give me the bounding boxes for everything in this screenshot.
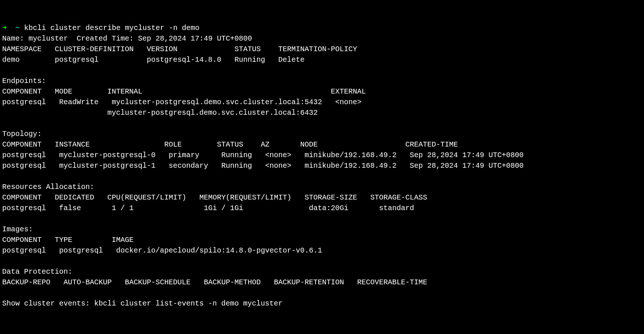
created-time-value: Sep 28,2024 17:49 UTC+0800: [138, 34, 252, 43]
summary-header-termination: TERMINATION-POLICY: [278, 45, 357, 53]
images-header-image: IMAGE: [112, 236, 134, 244]
endpoints-header-external: EXTERNAL: [331, 87, 366, 96]
dp-header-backup-schedule: BACKUP-SCHEDULE: [125, 278, 191, 286]
summary-version: postgresql-14.8.0: [147, 56, 221, 64]
topology-header-component: COMPONENT: [2, 140, 42, 149]
topology-row0-instance: mycluster-postgresql-0: [59, 151, 156, 159]
summary-namespace: demo: [2, 56, 20, 64]
topology-header-az: AZ: [261, 140, 269, 149]
summary-status: Running: [234, 56, 265, 64]
summary-header-clusterdef: CLUSTER-DEFINITION: [55, 45, 134, 53]
topology-row0-component: postgresql: [2, 151, 46, 159]
dp-header-backup-retention: BACKUP-RETENTION: [274, 278, 344, 286]
resources-header-storage-class: STORAGE-CLASS: [370, 193, 427, 202]
resources-storage-size: data:20Gi: [309, 204, 348, 212]
images-type: postgresql: [59, 246, 103, 255]
resources-storage-class: standard: [379, 204, 414, 212]
endpoints-header-internal: INTERNAL: [107, 87, 142, 96]
endpoints-header-component: COMPONENT: [2, 87, 42, 96]
topology-title: Topology:: [2, 130, 42, 138]
resources-dedicated: false: [59, 204, 81, 212]
topology-row0-created: Sep 28,2024 17:49 UTC+0800: [410, 151, 524, 159]
summary-header-status: STATUS: [234, 45, 261, 53]
images-title: Images:: [2, 225, 33, 234]
prompt-arrow: ➜: [2, 24, 7, 32]
topology-row0-az: <none>: [265, 151, 291, 159]
topology-row1-role: secondary: [169, 162, 208, 170]
images-component: postgresql: [2, 246, 46, 255]
resources-header-component: COMPONENT: [2, 193, 42, 202]
resources-component: postgresql: [2, 204, 46, 212]
topology-header-instance: INSTANCE: [55, 140, 90, 149]
topology-row1-created: Sep 28,2024 17:49 UTC+0800: [410, 162, 524, 170]
topology-header-status: STATUS: [217, 140, 243, 149]
terminal-output: ➜ ~ kbcli cluster describe mycluster -n …: [2, 23, 642, 309]
resources-header-storage-size: STORAGE-SIZE: [304, 193, 357, 202]
dp-header-recoverable-time: RECOVERABLE-TIME: [357, 278, 427, 286]
endpoints-mode: ReadWrite: [59, 98, 99, 106]
footer-text: Show cluster events: kbcli cluster list-…: [2, 299, 283, 308]
endpoints-internal1: mycluster-postgresql.demo.svc.cluster.lo…: [112, 98, 322, 106]
endpoints-external: <none>: [335, 98, 361, 106]
resources-cpu: 1 / 1: [112, 204, 134, 212]
summary-termination: Delete: [278, 56, 304, 64]
dp-header-backup-repo: BACKUP-REPO: [2, 278, 50, 286]
topology-row1-az: <none>: [265, 162, 291, 170]
summary-clusterdef: postgresql: [55, 56, 99, 64]
cluster-name-label: Name:: [2, 34, 24, 43]
topology-row0-status: Running: [221, 151, 252, 159]
endpoints-internal2: mycluster-postgresql.demo.svc.cluster.lo…: [107, 109, 318, 117]
endpoints-component: postgresql: [2, 98, 46, 106]
images-header-component: COMPONENT: [2, 236, 42, 244]
images-image: docker.io/apecloud/spilo:14.8.0-pgvector…: [116, 246, 322, 255]
images-header-type: TYPE: [55, 236, 72, 244]
topology-header-node: NODE: [300, 140, 318, 149]
created-time-label: Created Time:: [77, 34, 134, 43]
dp-header-auto-backup: AUTO-BACKUP: [64, 278, 112, 286]
resources-header-dedicated: DEDICATED: [55, 193, 94, 202]
data-protection-title: Data Protection:: [2, 267, 72, 276]
endpoints-header-mode: MODE: [55, 87, 72, 96]
topology-header-role: ROLE: [164, 140, 182, 149]
topology-row1-status: Running: [221, 162, 252, 170]
topology-row0-role: primary: [169, 151, 199, 159]
endpoints-title: Endpoints:: [2, 77, 46, 85]
summary-header-namespace: NAMESPACE: [2, 45, 42, 53]
dp-header-backup-method: BACKUP-METHOD: [204, 278, 261, 286]
command-line: kbcli cluster describe mycluster -n demo: [24, 24, 199, 32]
topology-row1-instance: mycluster-postgresql-1: [59, 162, 156, 170]
prompt-tilde: ~: [15, 24, 20, 32]
resources-header-memory: MEMORY(REQUEST/LIMIT): [199, 193, 291, 202]
cluster-name-value: mycluster: [28, 34, 68, 43]
topology-row1-node: minikube/192.168.49.2: [304, 162, 396, 170]
resources-memory: 1Gi / 1Gi: [204, 204, 243, 212]
resources-title: Resources Allocation:: [2, 183, 94, 191]
topology-header-created: CREATED-TIME: [405, 140, 458, 149]
summary-header-version: VERSION: [147, 45, 177, 53]
resources-header-cpu: CPU(REQUEST/LIMIT): [107, 193, 186, 202]
topology-row0-node: minikube/192.168.49.2: [304, 151, 396, 159]
topology-row1-component: postgresql: [2, 162, 46, 170]
